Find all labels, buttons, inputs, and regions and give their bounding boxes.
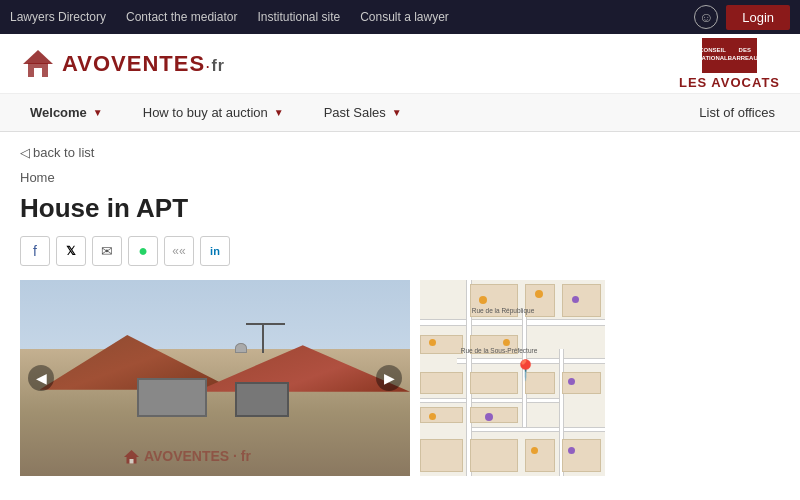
main-property-image: AVOVENTES · fr ◀ ▶ xyxy=(20,280,410,476)
breadcrumb: Home xyxy=(20,170,780,185)
institutional-site-link[interactable]: Institutional site xyxy=(257,10,340,24)
nav-past-sales[interactable]: Past Sales ▼ xyxy=(304,94,422,131)
svg-rect-2 xyxy=(34,68,42,77)
back-to-list-link[interactable]: back to list xyxy=(20,145,94,160)
login-button[interactable]: Login xyxy=(726,5,790,30)
header: AVOVENTES·fr CONSEIL NATIONAL DES BARREA… xyxy=(0,34,800,94)
consult-lawyer-link[interactable]: Consult a lawyer xyxy=(360,10,449,24)
nav-sales-arrow: ▼ xyxy=(392,107,402,118)
top-bar-links: Lawyers Directory Contact the mediator I… xyxy=(10,10,449,24)
logo-text: AVOVENTES·fr xyxy=(62,51,225,77)
share-whatsapp-button[interactable]: ● xyxy=(128,236,158,266)
nav-how-to-buy[interactable]: How to buy at auction ▼ xyxy=(123,94,304,131)
image-prev-button[interactable]: ◀ xyxy=(28,365,54,391)
avocats-label: LES AVOCATS xyxy=(679,75,780,90)
share-linkedin-button[interactable]: in xyxy=(200,236,230,266)
user-icon[interactable]: ☺ xyxy=(694,5,718,29)
share-email-button[interactable]: ✉ xyxy=(92,236,122,266)
svg-marker-3 xyxy=(124,450,139,457)
map-pin: 📍 xyxy=(513,358,538,382)
logo-area[interactable]: AVOVENTES·fr xyxy=(20,46,225,82)
nav-list-offices[interactable]: List of offices xyxy=(684,105,790,120)
image-watermark: AVOVENTES · fr xyxy=(123,448,308,466)
share-twitter-button[interactable]: 𝕏 xyxy=(56,236,86,266)
svg-rect-5 xyxy=(130,459,134,464)
nav-buy-arrow: ▼ xyxy=(274,107,284,118)
logo-house-icon xyxy=(20,46,56,82)
share-facebook-button[interactable]: f xyxy=(20,236,50,266)
contact-mediator-link[interactable]: Contact the mediator xyxy=(126,10,237,24)
avocats-logo[interactable]: CONSEIL NATIONAL DES BARREAUX LES AVOCAT… xyxy=(679,38,780,90)
content-area: back to list Home House in APT f 𝕏 ✉ ● «… xyxy=(0,132,800,488)
top-bar: Lawyers Directory Contact the mediator I… xyxy=(0,0,800,34)
nav-bar: Welcome ▼ How to buy at auction ▼ Past S… xyxy=(0,94,800,132)
nav-welcome-arrow: ▼ xyxy=(93,107,103,118)
page-title: House in APT xyxy=(20,193,780,224)
svg-marker-0 xyxy=(23,50,53,64)
share-generic-button[interactable]: «« xyxy=(164,236,194,266)
lawyers-directory-link[interactable]: Lawyers Directory xyxy=(10,10,106,24)
top-bar-right: ☺ Login xyxy=(694,5,790,30)
media-area: AVOVENTES · fr ◀ ▶ xyxy=(20,280,780,476)
map-background: Rue de la République Rue de la Sous-Préf… xyxy=(420,280,605,476)
image-next-button[interactable]: ▶ xyxy=(376,365,402,391)
nav-welcome[interactable]: Welcome ▼ xyxy=(10,94,123,131)
property-map[interactable]: Rue de la République Rue de la Sous-Préf… xyxy=(420,280,605,476)
image-background xyxy=(20,280,410,476)
share-bar: f 𝕏 ✉ ● «« in xyxy=(20,236,780,266)
avocats-badge: CONSEIL NATIONAL DES BARREAUX xyxy=(702,38,757,73)
